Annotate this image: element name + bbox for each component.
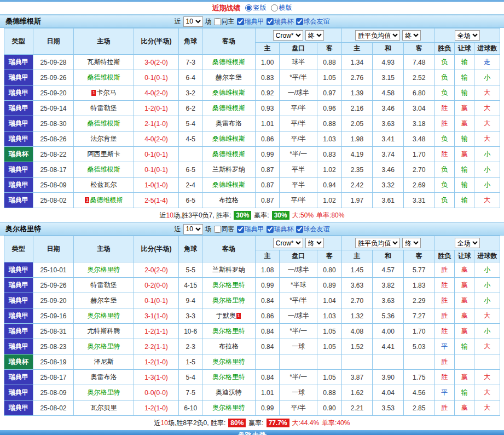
corner-cell: 6-4	[179, 70, 202, 85]
goals-result-cell: 大	[474, 116, 500, 131]
match-date: 25-09-14	[33, 101, 74, 116]
col-odds-away: 客	[317, 250, 342, 262]
view-option-vertical[interactable]: 竖版	[245, 3, 267, 13]
corner-cell: 5-4	[179, 116, 202, 131]
avg-odds-cell	[373, 354, 404, 370]
away-team-cell: 奥雷布洛	[202, 116, 255, 131]
cup-checkbox[interactable]	[267, 226, 274, 233]
home-team-cell: 赫尔辛堡	[74, 293, 134, 308]
score-cell: 3-1(1-0)	[134, 308, 179, 324]
league-filter-option[interactable]: 瑞典甲	[237, 225, 264, 234]
avg-odds-cell: 2.76	[341, 70, 373, 85]
view-option-horizontal[interactable]: 横版	[271, 3, 292, 13]
recent-count-select[interactable]: 10	[183, 224, 203, 234]
handicap-odds-cell: 1.01	[255, 385, 279, 400]
same-venue-checkbox[interactable]	[214, 226, 221, 233]
home-team-cell: 尤特斯科腾	[74, 324, 134, 339]
league-type-badge: 瑞典甲	[4, 70, 33, 85]
match-row: 瑞典甲25-08-021桑德维根斯2-5(1-4)6-5布拉格0.87平/半1.…	[4, 193, 500, 208]
away-team-cell: 于默奥1	[202, 308, 255, 324]
handicap-odds-cell: 0.84	[255, 293, 279, 308]
friendly-checkbox[interactable]	[296, 226, 303, 233]
odds-time-select[interactable]: 终	[305, 238, 324, 248]
corner-cell: 4-15	[179, 278, 202, 293]
cup-filter-option[interactable]: 瑞典杯	[267, 225, 294, 234]
away-team-cell: 兰斯科罗纳	[202, 162, 255, 178]
vertical-radio[interactable]	[245, 4, 252, 12]
odds-time-select[interactable]: 终	[305, 30, 324, 41]
handicap-odds-cell: 1.05	[317, 324, 342, 339]
avg-odds-cell: 2.29	[403, 293, 435, 308]
away-team-cell: 布拉格	[202, 339, 255, 354]
scope-select[interactable]: 全场	[455, 238, 480, 248]
avg-odds-select[interactable]: 胜平负均值	[355, 30, 400, 41]
handicap-result-cell: 赢	[454, 147, 474, 162]
away-team-cell: 奥尔格里特	[202, 324, 255, 339]
col-goals: 进球数	[474, 43, 500, 55]
same-venue-option[interactable]: 同客	[214, 225, 235, 234]
col-score: 比分(半场)	[134, 236, 179, 262]
avg-odds-cell: 3.18	[403, 116, 435, 131]
corner-cell: 3-2	[179, 85, 202, 101]
cup-checkbox[interactable]	[267, 18, 274, 25]
friendly-filter-option[interactable]: 球会友谊	[296, 225, 330, 234]
avg-odds-select[interactable]: 胜平负均值	[355, 238, 400, 248]
league-type-badge: 瑞典甲	[4, 193, 33, 208]
goals-result-cell: 小	[474, 147, 500, 162]
friendly-filter-option[interactable]: 球会友谊	[296, 17, 330, 26]
handicap-rate-label: 赢率:	[254, 211, 269, 220]
league-type-badge: 瑞典甲	[4, 293, 33, 308]
result-cell: 平	[435, 339, 454, 354]
league-type-badge: 瑞典甲	[4, 385, 33, 400]
avg-time-select[interactable]: 终	[402, 30, 421, 41]
recent-count-select[interactable]: 10	[183, 16, 203, 27]
league-checkbox[interactable]	[237, 18, 244, 25]
handicap-odds-cell: *半球	[280, 278, 317, 293]
avg-odds-cell: 3.61	[373, 193, 404, 208]
away-team-cell: 布拉格	[202, 193, 255, 208]
home-team-cell: 奥尔格里特	[74, 262, 134, 278]
league-type-badge: 瑞典甲	[4, 85, 33, 101]
home-team-cell: 特雷勒堡	[74, 101, 134, 116]
home-team-cell: 1卡尔马	[74, 85, 134, 101]
handicap-odds-cell: 0.86	[255, 308, 279, 324]
handicap-rate-badge: 30%	[272, 211, 289, 220]
handicap-odds-cell: 0.87	[255, 193, 279, 208]
goals-result-cell: 小	[474, 262, 500, 278]
horizontal-radio[interactable]	[271, 4, 278, 12]
home-team-cell: 奥尔格里特	[74, 308, 134, 324]
handicap-odds-cell: 1.04	[317, 293, 342, 308]
league-checkbox[interactable]	[237, 226, 244, 233]
same-venue-option[interactable]: 同主	[214, 17, 235, 26]
avg-odds-cell: 7.48	[403, 55, 435, 70]
near-label: 近	[175, 225, 181, 234]
home-team-cell: 桑德维根斯	[74, 162, 134, 178]
away-team-cell: 桑德维根斯	[202, 101, 255, 116]
scope-select[interactable]: 全场	[455, 30, 480, 41]
avg-odds-cell: 1.83	[403, 278, 435, 293]
handicap-result-cell: 赢	[454, 370, 474, 385]
avg-time-select[interactable]: 终	[402, 238, 421, 248]
same-venue-checkbox[interactable]	[214, 18, 221, 25]
title-bar: 近期战绩 竖版 横版	[0, 2, 504, 15]
team-name: 布拉格	[219, 342, 239, 350]
avg-odds-cell: 7.27	[403, 308, 435, 324]
away-team-cell: 桑德维根斯	[202, 85, 255, 101]
avg-odds-cell: 4.58	[373, 85, 404, 101]
team-name: 瓦尔贝里	[90, 404, 117, 411]
league-filter-option[interactable]: 瑞典甲	[237, 17, 264, 26]
bookmaker-select[interactable]: Crow*	[273, 238, 303, 248]
bookmaker-select[interactable]: Crow*	[273, 30, 303, 41]
team-name-heading: 桑德维根斯	[5, 16, 41, 26]
result-cell: 负	[435, 193, 454, 208]
match-date: 25-09-26	[33, 278, 74, 293]
match-row: 瑞典甲25-10-01奥尔格里特2-0(2-0)5-5兰斯科罗纳1.08一/球半…	[4, 262, 500, 278]
avg-odds-cell: 4.04	[373, 385, 404, 400]
cup-filter-option[interactable]: 瑞典杯	[267, 17, 294, 26]
avg-odds-cell: 3.90	[373, 370, 404, 385]
avg-odds-cell: 3.63	[373, 116, 404, 131]
friendly-checkbox[interactable]	[296, 18, 303, 25]
goals-result-cell: 小	[474, 162, 500, 178]
score-cell: 1-3(1-0)	[134, 370, 179, 385]
corner-cell: 3-3	[179, 308, 202, 324]
